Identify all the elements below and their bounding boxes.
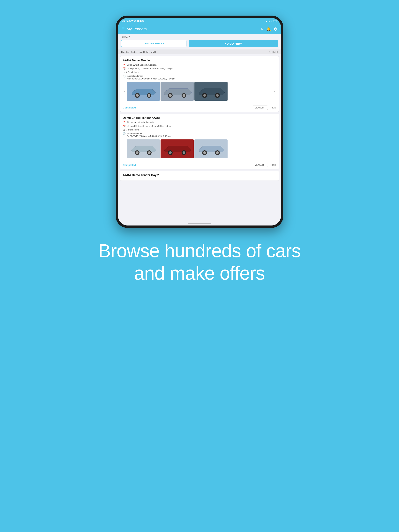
- tender-2-inspection-row: 🕐 Inspection times: Fri 06/09/19, 7:08 p…: [123, 132, 276, 138]
- car-svg-2-1: [127, 139, 160, 158]
- svg-point-24: [183, 151, 185, 154]
- tender-2-title: Demo Ended Tender AADA: [123, 116, 276, 119]
- tender-card-2: Demo Ended Tender AADA 📍 Richmond, Victo…: [120, 114, 279, 169]
- car-image-2-2: [161, 139, 194, 158]
- car-svg-2-3: [194, 139, 228, 158]
- car-svg-2-2: [161, 139, 194, 158]
- tender-1-gallery: ‹: [123, 81, 276, 102]
- sort-left: Sort By: Status ↕ ASC ⊟ FILTER: [121, 51, 156, 53]
- svg-point-4: [148, 94, 150, 97]
- tender-2-footer-right: VIEW/EDIT Public: [253, 163, 276, 167]
- svg-point-29: [216, 151, 219, 154]
- tender-2-stock: 3 Stock Items: [126, 128, 139, 131]
- svg-point-7: [169, 94, 172, 97]
- clock-icon: 🕐: [123, 75, 126, 77]
- stock-icon-2: 🗂: [123, 128, 125, 131]
- header-left: ☰ My Tenders: [122, 27, 147, 31]
- gallery-prev-1[interactable]: ‹: [123, 90, 127, 93]
- sort-by-label: Sort By:: [121, 51, 129, 53]
- tender-1-date: 09 Sep 2019, 11:00 am to 09 Sep 2019, 4:…: [127, 67, 173, 70]
- status-icons: ▲ wifi 66%: [265, 20, 277, 22]
- car-svg-3: [194, 82, 228, 101]
- tender-card-3: AADA Demo Tender Day 2: [120, 171, 279, 181]
- home-indicator: [118, 221, 281, 226]
- tender-1-stock: 6 Stock Items: [126, 71, 139, 74]
- tender-2-status: Completed: [123, 164, 136, 166]
- tender-2-stock-row: 🗂 3 Stock Items: [123, 128, 276, 131]
- car-image-1-1: [127, 82, 160, 101]
- status-bar: 3:27 am Wed 18 Sep ▲ wifi 66%: [118, 18, 281, 24]
- signal-icon: ▲: [265, 20, 267, 22]
- marketing-line-1: Browse hundreds of cars: [98, 240, 301, 262]
- tender-1-footer: Completed VIEW/EDIT Public: [120, 104, 279, 112]
- back-bar: < BACK: [118, 34, 281, 40]
- gallery-next-1[interactable]: ›: [272, 90, 276, 93]
- tender-2-public-label: Public: [270, 164, 276, 166]
- calendar-icon: 📅: [123, 67, 126, 70]
- tender-2-date-row: 📅 06 Sep 2019, 7:08 pm to 06 Sep 2019, 7…: [123, 125, 276, 127]
- back-button[interactable]: < BACK: [121, 35, 130, 38]
- sort-bar: Sort By: Status ↕ ASC ⊟ FILTER 1 - 3 of …: [118, 50, 281, 54]
- car-image-2-3: [194, 139, 228, 158]
- marketing-section: Browse hundreds of cars and make offers: [83, 240, 316, 284]
- tender-1-stock-row: 🗂 6 Stock Items: [123, 71, 276, 74]
- gallery-next-2[interactable]: ›: [272, 147, 276, 150]
- tender-1-public-label: Public: [270, 106, 276, 109]
- tender-2-inspection-label: Inspection times:: [127, 132, 170, 135]
- tender-1-status: Completed: [123, 106, 136, 109]
- power-icon[interactable]: ⏻: [274, 27, 277, 31]
- location-icon: 📍: [123, 64, 126, 66]
- tender-1-footer-right: VIEW/EDIT Public: [253, 106, 276, 110]
- tender-card-1-body: AADA Demo Tender 📍 South Wharf, Victoria…: [120, 56, 279, 104]
- calendar-icon-2: 📅: [123, 125, 126, 127]
- home-bar: [188, 223, 211, 223]
- tender-2-footer: Completed VIEW/EDIT Public: [120, 161, 279, 169]
- tender-2-location: Richmond, Victoria, Australia: [127, 121, 154, 124]
- sort-count: 1 - 3 of 3: [270, 51, 278, 53]
- stock-icon: 🗂: [123, 71, 125, 74]
- gallery-images-1: [127, 82, 272, 101]
- tender-1-title: AADA Demo Tender: [123, 59, 276, 62]
- asc-sort-button[interactable]: ↕ ASC: [139, 51, 145, 53]
- filter-button[interactable]: ⊟ FILTER: [146, 51, 156, 53]
- tender-card-1: AADA Demo Tender 📍 South Wharf, Victoria…: [120, 56, 279, 112]
- car-image-1-3: [194, 82, 228, 101]
- tender-2-gallery: ‹: [123, 138, 276, 159]
- svg-point-12: [203, 94, 206, 97]
- tender-1-view-edit-button[interactable]: VIEW/EDIT: [253, 106, 268, 110]
- content-area: < BACK TENDER RULES + ADD NEW Sort By: S…: [118, 34, 281, 221]
- tender-1-inspection-times: Mon 09/09/19, 10:30 am to Mon 09/09/19, …: [127, 77, 175, 80]
- tender-1-inspection-label: Inspection times:: [127, 75, 175, 77]
- menu-icon[interactable]: ☰: [122, 27, 125, 31]
- car-svg-2: [161, 82, 194, 101]
- svg-point-19: [148, 151, 151, 154]
- clock-icon-2: 🕐: [123, 132, 126, 135]
- car-image-2-1: [127, 139, 160, 158]
- tender-1-date-row: 📅 09 Sep 2019, 11:00 am to 09 Sep 2019, …: [123, 67, 276, 70]
- notification-icon[interactable]: 🔔: [266, 27, 271, 31]
- header-icons: ↻ 🔔 ⏻: [260, 27, 277, 31]
- page-title: My Tenders: [127, 27, 147, 31]
- device-inner: 3:27 am Wed 18 Sep ▲ wifi 66% ☰ My Tende…: [118, 18, 281, 226]
- refresh-icon[interactable]: ↻: [260, 27, 264, 31]
- svg-point-17: [136, 151, 139, 154]
- gallery-prev-2[interactable]: ‹: [123, 147, 127, 150]
- tender-2-date: 06 Sep 2019, 7:08 pm to 06 Sep 2019, 7:5…: [127, 125, 172, 127]
- marketing-line-2: and make offers: [98, 262, 301, 284]
- add-new-button[interactable]: + ADD NEW: [189, 40, 278, 47]
- tender-3-title: AADA Demo Tender Day 2: [123, 173, 276, 177]
- location-icon-2: 📍: [123, 121, 126, 124]
- svg-point-2: [136, 94, 139, 97]
- action-row: TENDER RULES + ADD NEW: [118, 40, 281, 50]
- tender-rules-button[interactable]: TENDER RULES: [121, 40, 187, 47]
- device-frame: 3:27 am Wed 18 Sep ▲ wifi 66% ☰ My Tende…: [116, 16, 283, 228]
- battery-icon: 66%: [273, 20, 277, 22]
- tender-1-inspection-row: 🕐 Inspection times: Mon 09/09/19, 10:30 …: [123, 75, 276, 80]
- tender-2-inspection-times: Fri 06/09/19, 7:08 pm to Fri 06/09/19, 7…: [127, 135, 170, 138]
- tender-2-location-row: 📍 Richmond, Victoria, Australia: [123, 121, 276, 124]
- tender-1-location: South Wharf, Victoria, Australia: [127, 63, 156, 66]
- wifi-icon: wifi: [269, 20, 272, 22]
- tender-2-view-edit-button[interactable]: VIEW/EDIT: [253, 163, 268, 167]
- svg-point-27: [203, 151, 206, 154]
- status-time: 3:27 am Wed 18 Sep: [122, 20, 144, 22]
